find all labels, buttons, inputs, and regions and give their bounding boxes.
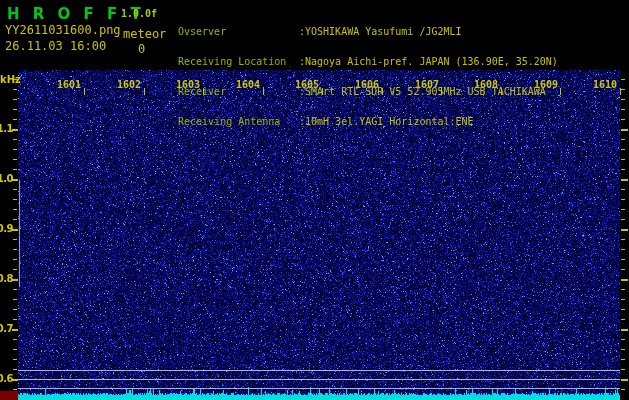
y-tick-label: 1.0 [0,172,13,186]
x-tick-label: 1603 [176,79,200,90]
info-row-observer: Ovserver:YOSHIKAWA Yasufumi /JG2MLI [178,27,558,37]
x-tick-label: 1602 [117,79,141,90]
x-tick-label: 1601 [57,79,81,90]
observation-datetime: 26.11.03 16:00 [5,39,106,53]
x-tick-label: 1605 [295,79,319,90]
info-label: Ovserver [178,27,299,37]
x-tick-label: 1607 [415,79,439,90]
meteor-count: 0 [138,42,145,56]
info-row-antenna: Receiving Antenna:10mH 3el.YAGI Horizont… [178,117,558,127]
y-tick-label: 0.7 [0,322,13,336]
y-axis-unit: kHz [0,74,21,85]
info-value: :YOSHIKAWA Yasufumi /JG2MLI [299,27,462,37]
hrofft-window: H R O F F T 1.0.0f YY2611031600.png mete… [0,0,629,400]
x-tick-label: 1610 [593,79,617,90]
y-tick-label: 1.1 [0,122,13,136]
station-info: Ovserver:YOSHIKAWA Yasufumi /JG2MLI Rece… [178,7,558,147]
x-tick-label: 1609 [534,79,558,90]
info-row-location: Receiving Location:Nagoya Aichi-pref. JA… [178,57,558,67]
x-tick-label: 1606 [355,79,379,90]
app-version: 1.0.0f [121,8,157,19]
x-tick-label: 1604 [236,79,260,90]
x-tick-label: 1608 [474,79,498,90]
info-label: Receiving Antenna [178,117,299,127]
y-tick-label: 0.8 [0,272,13,286]
info-value: :10mH 3el.YAGI Horizontal:ENE [299,117,474,127]
info-value: :Nagoya Aichi-pref. JAPAN (136.90E, 35.2… [299,57,558,67]
output-filename: YY2611031600.png [5,23,121,37]
mode-label: meteor [123,27,166,41]
y-tick-label: 0.9 [0,222,13,236]
info-label: Receiving Location [178,57,299,67]
y-tick-label: 0.6 [0,372,13,386]
